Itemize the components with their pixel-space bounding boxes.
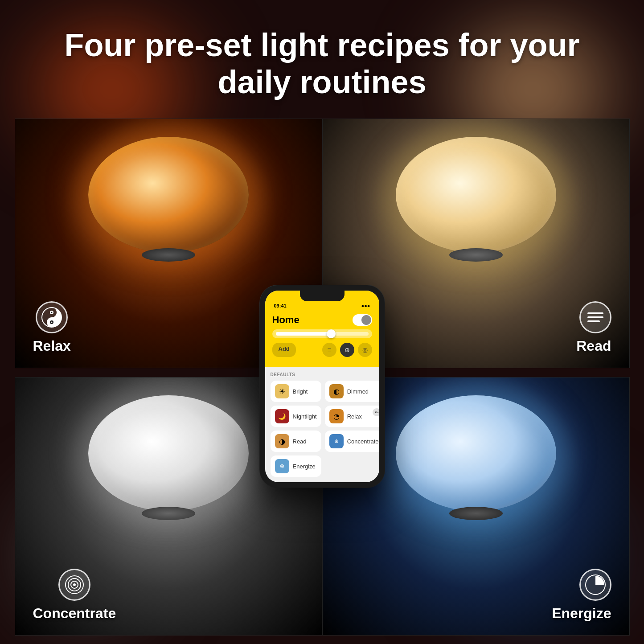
page-title: Four pre-set light recipes for your dail… <box>36 27 608 101</box>
phone-device: 09:41 ●●● Home <box>260 285 385 644</box>
energize-label: Energize <box>552 605 611 622</box>
label-energize: Energize <box>552 569 611 622</box>
phone-toggle-knob <box>361 315 371 325</box>
lamp-relax-base <box>142 248 195 262</box>
lamp-read-body <box>396 137 556 253</box>
phone-scene-bright-name: Bright <box>293 388 308 395</box>
concentrate-icon <box>58 569 90 601</box>
label-concentrate: Concentrate <box>33 569 116 622</box>
phone-body: 09:41 ●●● Home <box>260 285 385 488</box>
phone-time: 09:41 <box>274 303 287 308</box>
phone-scene-dimmed-icon: ◐ <box>329 384 344 398</box>
phone-toggle[interactable] <box>353 314 372 326</box>
phone-scene-nightlight-name: Nightlight <box>293 413 317 420</box>
phone-scene-dimmed[interactable]: ◐ Dimmed <box>325 381 379 402</box>
phone-scene-relax-icon: ◔ <box>329 409 344 423</box>
phone-scene-dimmed-name: Dimmed <box>347 388 369 395</box>
lamp-relax-body <box>88 137 249 253</box>
phone-scene-relax[interactable]: ◔ Relax ✏ <box>325 406 379 427</box>
phone-app-list: DEFAULTS ☀ Bright ◐ Dimmed <box>265 367 379 482</box>
lamp-read <box>396 137 556 262</box>
phone-scene-read-name: Read <box>293 438 307 445</box>
relax-icon <box>36 301 68 333</box>
phone-scene-bright[interactable]: ☀ Bright <box>271 381 321 402</box>
lamp-concentrate <box>88 395 249 520</box>
phone-scene-relax-edit[interactable]: ✏ <box>373 408 379 416</box>
phone-overlay: 09:41 ●●● Home <box>260 285 385 644</box>
lamp-read-base <box>449 248 503 262</box>
phone-button-row: Add ≡ ⊕ ◎ <box>272 343 372 357</box>
phone-scene-nightlight-icon: 🌙 <box>275 409 289 423</box>
phone-scenes-grid: ☀ Bright ◐ Dimmed 🌙 Nightlight <box>271 381 374 477</box>
lamp-concentrate-base <box>142 507 195 520</box>
header: Four pre-set light recipes for your dail… <box>0 0 644 119</box>
read-lines-icon <box>584 309 607 326</box>
lamp-relax <box>88 137 249 262</box>
phone-home-row: Home <box>272 314 372 326</box>
phone-scene-concentrate-icon: ⊕ <box>329 434 344 448</box>
phone-add-button[interactable]: Add <box>272 343 296 357</box>
lamp-energize-body <box>396 395 556 511</box>
phone-list-button[interactable]: ≡ <box>322 343 336 357</box>
svg-point-3 <box>51 312 53 313</box>
phone-icon-buttons: ≡ ⊕ ◎ <box>322 343 372 357</box>
lamp-energize-base <box>449 507 503 520</box>
read-label: Read <box>576 338 611 354</box>
label-read: Read <box>576 301 611 354</box>
phone-screen: 09:41 ●●● Home <box>265 291 379 482</box>
phone-color-button[interactable]: ◎ <box>358 343 372 357</box>
svg-point-4 <box>51 321 53 323</box>
phone-scene-concentrate-name: Concentrate <box>347 438 379 445</box>
energize-icon <box>579 569 611 601</box>
phone-signal: ●●● <box>361 303 370 308</box>
phone-scene-read-icon: ◑ <box>275 434 289 448</box>
label-relax: Relax <box>33 301 71 354</box>
phone-slider-thumb <box>327 329 336 338</box>
relax-label: Relax <box>33 338 71 354</box>
phone-scene-relax-name: Relax <box>347 413 362 420</box>
phone-slider-track <box>276 332 369 336</box>
phone-app-header: Home Add ≡ <box>265 311 379 367</box>
svg-point-8 <box>73 583 76 586</box>
phone-scene-energize[interactable]: ❄ Energize <box>271 455 321 477</box>
phone-notch <box>300 291 345 301</box>
lamp-energize <box>396 395 556 520</box>
phone-scene-energize-icon: ❄ <box>275 459 289 473</box>
phone-scene-read[interactable]: ◑ Read <box>271 431 321 452</box>
phone-scene-nightlight[interactable]: 🌙 Nightlight <box>271 406 321 427</box>
concentrate-label: Concentrate <box>33 605 116 622</box>
read-icon <box>579 301 611 333</box>
lamp-concentrate-body <box>88 395 249 511</box>
phone-defaults-label: DEFAULTS <box>271 372 374 377</box>
phone-brightness-slider[interactable] <box>272 329 372 338</box>
phone-scene-button[interactable]: ⊕ <box>340 343 354 357</box>
phone-scene-bright-icon: ☀ <box>275 384 289 398</box>
phone-slider-fill <box>276 332 332 336</box>
phone-scene-energize-name: Energize <box>293 463 316 470</box>
phone-scene-concentrate[interactable]: ⊕ Concentrate <box>325 431 379 452</box>
phone-home-title: Home <box>272 314 299 326</box>
